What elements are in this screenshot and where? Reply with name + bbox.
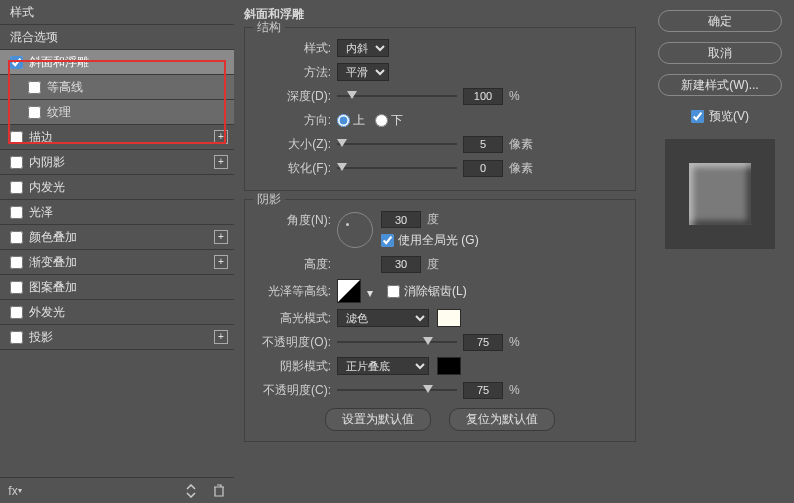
style-item[interactable]: 颜色叠加+ — [0, 225, 234, 250]
preview-box — [665, 139, 775, 249]
altitude-unit: 度 — [427, 256, 439, 273]
style-item[interactable]: 描边+ — [0, 125, 234, 150]
style-checkbox[interactable] — [10, 331, 23, 344]
blend-options-row[interactable]: 混合选项 — [0, 25, 234, 50]
make-default-button[interactable]: 设置为默认值 — [325, 408, 431, 431]
direction-up-radio[interactable]: 上 — [337, 112, 365, 129]
global-light-check[interactable]: 使用全局光 (G) — [381, 232, 479, 249]
angle-label: 角度(N): — [255, 208, 337, 229]
gloss-contour-swatch[interactable] — [337, 279, 361, 303]
depth-label: 深度(D): — [255, 88, 337, 105]
style-checkbox[interactable] — [10, 306, 23, 319]
style-checkbox[interactable] — [10, 156, 23, 169]
style-label: 光泽 — [29, 200, 53, 225]
style-item[interactable]: 渐变叠加+ — [0, 250, 234, 275]
depth-input[interactable] — [463, 88, 503, 105]
style-item[interactable]: 外发光 — [0, 300, 234, 325]
ok-button[interactable]: 确定 — [658, 10, 782, 32]
style-checkbox[interactable] — [10, 206, 23, 219]
structure-fieldset: 结构 样式: 内斜面 方法: 平滑 深度(D): % 方向: 上 下 大小(Z)… — [244, 27, 636, 191]
highlight-mode-label: 高光模式: — [255, 310, 337, 327]
technique-label: 方法: — [255, 64, 337, 81]
style-checkbox[interactable] — [10, 131, 23, 144]
style-checkbox[interactable] — [10, 231, 23, 244]
style-checkbox[interactable] — [10, 256, 23, 269]
highlight-opacity-input[interactable] — [463, 334, 503, 351]
style-checkbox[interactable] — [28, 81, 41, 94]
trash-icon[interactable] — [210, 482, 228, 500]
style-checkbox[interactable] — [28, 106, 41, 119]
antialias-check[interactable]: 消除锯齿(L) — [387, 283, 467, 300]
fx-icon[interactable]: fx▾ — [6, 482, 24, 500]
style-label: 内发光 — [29, 175, 65, 200]
style-label: 渐变叠加 — [29, 250, 77, 275]
add-effect-icon[interactable]: + — [214, 130, 228, 144]
add-effect-icon[interactable]: + — [214, 230, 228, 244]
depth-slider[interactable] — [337, 90, 457, 102]
style-checkbox[interactable] — [10, 281, 23, 294]
style-label: 颜色叠加 — [29, 225, 77, 250]
highlight-opacity-unit: % — [509, 335, 520, 349]
soften-label: 软化(F): — [255, 160, 337, 177]
add-effect-icon[interactable]: + — [214, 330, 228, 344]
highlight-opacity-slider[interactable] — [337, 336, 457, 348]
gloss-contour-label: 光泽等高线: — [255, 283, 337, 300]
style-label: 等高线 — [47, 75, 83, 100]
style-label: 投影 — [29, 325, 53, 350]
soften-slider[interactable] — [337, 162, 457, 174]
altitude-input[interactable] — [381, 256, 421, 273]
soften-input[interactable] — [463, 160, 503, 177]
new-style-button[interactable]: 新建样式(W)... — [658, 74, 782, 96]
angle-dial[interactable] — [337, 212, 373, 248]
style-label: 纹理 — [47, 100, 71, 125]
add-effect-icon[interactable]: + — [214, 255, 228, 269]
size-label: 大小(Z): — [255, 136, 337, 153]
highlight-opacity-label: 不透明度(O): — [255, 334, 337, 351]
style-item[interactable]: 图案叠加 — [0, 275, 234, 300]
preview-inner — [689, 163, 751, 225]
cancel-button[interactable]: 取消 — [658, 42, 782, 64]
style-label: 样式: — [255, 40, 337, 57]
style-item[interactable]: 斜面和浮雕 — [0, 50, 234, 75]
preview-checkbox[interactable]: 预览(V) — [691, 108, 749, 125]
style-label: 外发光 — [29, 300, 65, 325]
style-item[interactable]: 内发光 — [0, 175, 234, 200]
highlight-mode-select[interactable]: 滤色 — [337, 309, 429, 327]
arrows-icon[interactable] — [182, 482, 200, 500]
highlight-color-swatch[interactable] — [437, 309, 461, 327]
style-select[interactable]: 内斜面 — [337, 39, 389, 57]
style-label: 描边 — [29, 125, 53, 150]
add-effect-icon[interactable]: + — [214, 155, 228, 169]
size-unit: 像素 — [509, 136, 533, 153]
shadow-mode-select[interactable]: 正片叠底 — [337, 357, 429, 375]
shadow-opacity-slider[interactable] — [337, 384, 457, 396]
style-item[interactable]: 投影+ — [0, 325, 234, 350]
altitude-label: 高度: — [255, 256, 337, 273]
soften-unit: 像素 — [509, 160, 533, 177]
style-label: 图案叠加 — [29, 275, 77, 300]
gloss-dropdown-icon[interactable]: ▾ — [367, 286, 377, 296]
style-item[interactable]: 内阴影+ — [0, 150, 234, 175]
shadow-mode-label: 阴影模式: — [255, 358, 337, 375]
panel-title: 斜面和浮雕 — [244, 6, 636, 23]
style-item[interactable]: 等高线 — [0, 75, 234, 100]
direction-label: 方向: — [255, 112, 337, 129]
style-checkbox[interactable] — [10, 56, 23, 69]
reset-default-button[interactable]: 复位为默认值 — [449, 408, 555, 431]
styles-header: 样式 — [0, 0, 234, 25]
shadow-opacity-input[interactable] — [463, 382, 503, 399]
depth-unit: % — [509, 89, 520, 103]
left-panel: 样式 混合选项 斜面和浮雕等高线纹理描边+内阴影+内发光光泽颜色叠加+渐变叠加+… — [0, 0, 234, 503]
center-panel: 斜面和浮雕 结构 样式: 内斜面 方法: 平滑 深度(D): % 方向: 上 下… — [234, 0, 646, 503]
technique-select[interactable]: 平滑 — [337, 63, 389, 81]
angle-input[interactable] — [381, 211, 421, 228]
size-slider[interactable] — [337, 138, 457, 150]
direction-down-radio[interactable]: 下 — [375, 112, 403, 129]
style-item[interactable]: 纹理 — [0, 100, 234, 125]
shadow-title: 阴影 — [253, 191, 285, 208]
shadow-opacity-label: 不透明度(C): — [255, 382, 337, 399]
shadow-color-swatch[interactable] — [437, 357, 461, 375]
style-item[interactable]: 光泽 — [0, 200, 234, 225]
size-input[interactable] — [463, 136, 503, 153]
style-checkbox[interactable] — [10, 181, 23, 194]
